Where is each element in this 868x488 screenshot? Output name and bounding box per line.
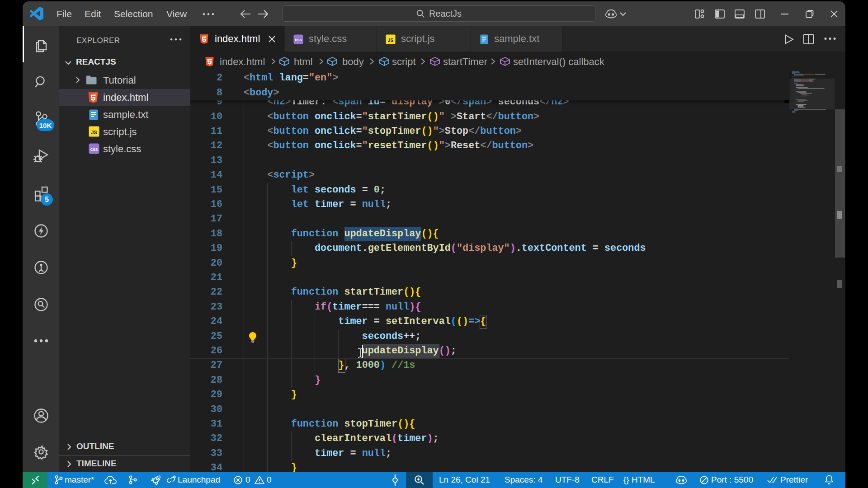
svg-text:css: css: [295, 38, 302, 42]
svg-text:JS: JS: [91, 130, 97, 135]
svg-text:JS: JS: [388, 38, 394, 43]
svg-text:css: css: [90, 147, 98, 152]
